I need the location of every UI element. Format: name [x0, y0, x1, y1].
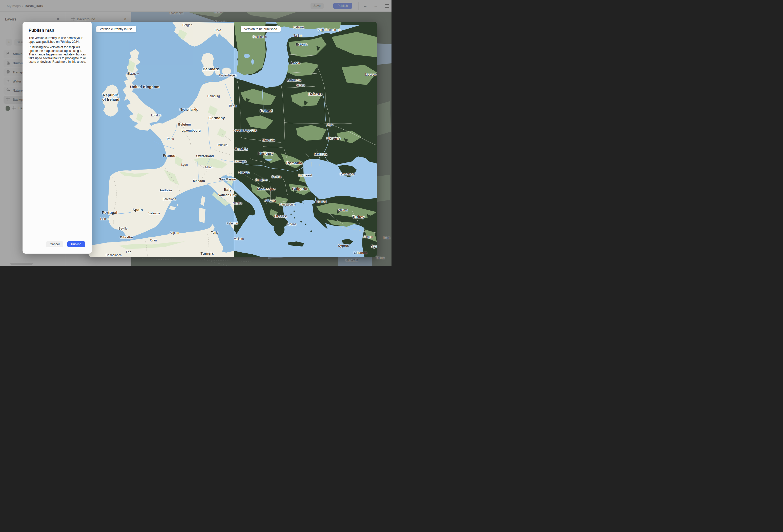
map-label: Stockholm — [253, 35, 267, 39]
map-label: Denmark — [203, 67, 219, 71]
map-label: Helsinki — [293, 26, 304, 29]
map-label: Saint Petersburg — [318, 28, 340, 32]
map-label: Bergen — [183, 23, 192, 27]
map-label: Montenegro — [257, 187, 275, 191]
article-link[interactable]: this article — [71, 60, 85, 64]
map-label: Berlin — [229, 104, 237, 108]
map-label: Estonia — [296, 43, 307, 46]
map-label: Valletta — [234, 237, 244, 241]
map-label: Albania — [264, 199, 276, 202]
map-label: Hamburg — [207, 94, 220, 98]
map-label: Naples — [232, 201, 242, 205]
map-label: Oran — [150, 239, 157, 242]
map-label: France — [163, 153, 175, 158]
map-label: Aleppo — [364, 235, 373, 239]
map-label: Seville — [119, 227, 127, 230]
map-label: Valencia — [148, 212, 160, 215]
map-label: Oslo — [215, 28, 221, 32]
map-label: Tallinn — [293, 34, 302, 37]
map-label: Kyiv — [327, 123, 333, 127]
map-label: Spain — [133, 208, 143, 212]
map-label: Lisbon — [100, 217, 109, 221]
publish-modal: Publish map The version currently in use… — [23, 22, 92, 254]
map-label: Ankara — [338, 208, 348, 212]
map-label: Tunisia — [200, 251, 213, 255]
map-label: Thessaloniki — [279, 203, 296, 206]
modal-paragraph-2-period: . — [85, 60, 86, 64]
map-label: Milan — [205, 165, 213, 169]
map-label: Serbia — [272, 175, 281, 179]
map-label: Athens — [287, 222, 296, 226]
map-label: Vatican City — [218, 193, 237, 197]
map-label: Romania — [286, 161, 302, 165]
map-label: Bulgaria — [292, 187, 307, 191]
map-label: Sarajevo — [255, 178, 267, 182]
map-label: Tunis — [211, 231, 218, 234]
map-label: Slovenia — [233, 160, 246, 163]
map-label: Netherlands — [180, 108, 198, 112]
map-label: United Kingdom — [130, 85, 159, 89]
map-label: Portugal — [102, 210, 118, 215]
map-label: San Marino — [219, 178, 236, 181]
map-label: Germany — [208, 116, 225, 120]
map-label: Greece — [274, 214, 287, 218]
map-label: Latvia — [291, 61, 300, 65]
map-label-layer: BergenOsloGlasgowUnited KingdomRepublic … — [89, 22, 377, 257]
map-label: Republic of Ireland — [102, 93, 120, 101]
cancel-button[interactable]: Cancel — [46, 241, 63, 247]
map-label: Palermo — [227, 222, 238, 225]
map-label: Austria — [234, 147, 248, 151]
map-label: Poland — [260, 108, 273, 113]
map-label: Hungary — [258, 151, 274, 155]
map-label: Slovakia — [262, 138, 275, 142]
version-comparison-panel: BergenOsloGlasgowUnited KingdomRepublic … — [89, 22, 377, 257]
map-label: Glasgow — [127, 72, 139, 75]
map-label: Istanbul — [316, 200, 327, 204]
map-label: Bucharest — [299, 174, 312, 177]
map-label: Munich — [218, 143, 227, 147]
map-label: Monaco — [193, 179, 205, 183]
version-published-chip: Version to be published — [241, 26, 281, 32]
map-label: Czech Republic — [233, 129, 257, 132]
map-label: Lyon — [181, 163, 188, 166]
map-label: London — [151, 114, 161, 117]
map-label: Lithuania — [287, 79, 301, 82]
map-label: Croatia — [239, 171, 249, 175]
map-label: Italy — [224, 187, 231, 192]
map-label: Vilnius — [296, 84, 305, 87]
map-label: Luxembourg — [182, 129, 201, 132]
map-label: Belgium — [178, 123, 191, 126]
map-label: Lebanon — [354, 251, 367, 255]
map-label: Moldova — [314, 153, 327, 156]
map-label: Cyprus — [338, 244, 349, 248]
map-label: Belarus — [308, 92, 322, 96]
map-label: Algiers — [170, 231, 179, 234]
app-window: StockholmTallinnEstoniaIranShirazKuwait … — [0, 0, 392, 266]
map-label: Andorra — [160, 189, 172, 192]
map-label: Paris — [167, 137, 174, 141]
map-label: Ukraine — [326, 136, 340, 140]
map-label: Moscow — [365, 73, 376, 76]
publish-button[interactable]: Publish — [67, 241, 85, 247]
modal-paragraph-2: Publishing new version of the map will u… — [29, 45, 86, 64]
map-label: Barcelona — [162, 197, 176, 201]
map-label: Switzerland — [196, 154, 214, 158]
modal-paragraph-1: The version currently in use across your… — [29, 36, 86, 43]
map-label: Sevastopol — [340, 173, 354, 176]
version-current-chip: Version currently in use — [96, 26, 136, 32]
map-label: Turkey — [352, 215, 365, 219]
map-label: Casablanca — [105, 253, 122, 257]
map-label: Copenhagen — [219, 74, 237, 77]
map-label: Gibraltar — [120, 236, 133, 239]
map-label: Syria — [371, 244, 377, 248]
modal-title: Publish map — [29, 28, 54, 33]
map-label: Fez — [126, 250, 131, 254]
